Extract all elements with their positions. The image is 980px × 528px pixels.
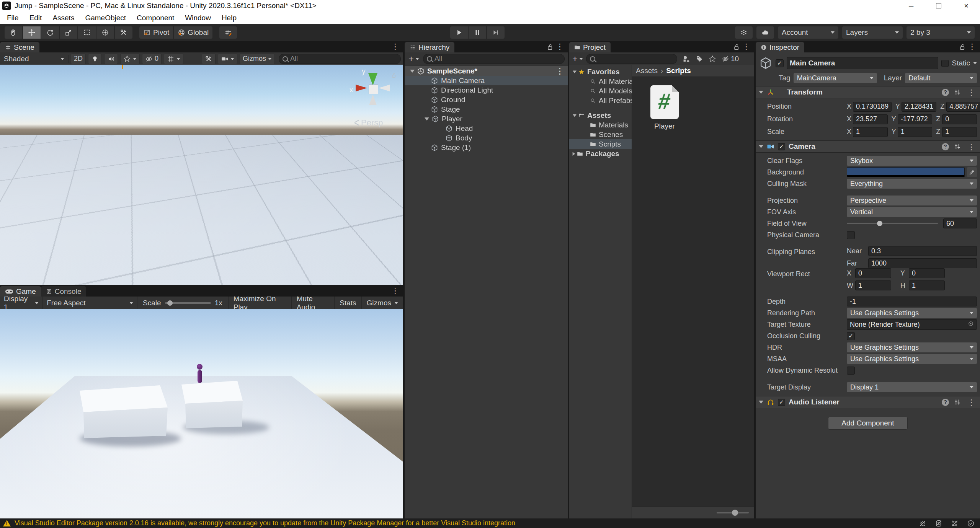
layout-dropdown[interactable]: 2 by 3 — [906, 26, 975, 39]
scene-visibility-toggle[interactable]: 0 — [142, 54, 162, 64]
sync-slash-icon[interactable] — [951, 520, 959, 527]
camera-physical-camera-checkbox[interactable] — [847, 231, 855, 239]
transform-scale-y-field[interactable]: 1 — [898, 127, 933, 137]
global-toggle[interactable]: Global — [174, 26, 212, 39]
gizmos-dropdown[interactable]: Gizmos — [240, 54, 275, 64]
gizmo-y-cone[interactable] — [368, 73, 377, 85]
tab-inspector[interactable]: Inspector — [756, 42, 804, 52]
help-icon[interactable]: ? — [942, 89, 949, 96]
project-folder-favorites[interactable]: Favorites — [569, 67, 632, 77]
asset-item-player-script[interactable]: # Player — [644, 85, 686, 130]
component-kebab[interactable]: ⋮ — [966, 398, 977, 406]
foldout-arrow[interactable] — [425, 117, 429, 121]
foldout-arrow[interactable] — [759, 401, 763, 404]
menu-edit[interactable]: Edit — [24, 11, 47, 24]
fov-slider[interactable] — [847, 223, 938, 224]
project-menu-kebab[interactable]: ⋮ — [741, 42, 752, 51]
asset-zoom-slider[interactable] — [717, 512, 749, 513]
project-create-button[interactable]: + — [572, 54, 584, 64]
menu-help[interactable]: Help — [216, 11, 242, 24]
lock-open-icon[interactable] — [546, 43, 554, 51]
camera-msaa-dropdown[interactable]: Use Graphics Settings — [847, 354, 977, 364]
gizmo-x-cone[interactable] — [356, 85, 367, 91]
hierarchy-item-directional-light[interactable]: Directional Light — [405, 85, 568, 95]
viewport-rect-x-field[interactable]: 0 — [855, 268, 891, 278]
static-checkbox[interactable] — [941, 60, 949, 67]
project-folder-materials[interactable]: Materials — [569, 120, 632, 130]
cloud-button[interactable] — [756, 26, 774, 39]
static-dropdown-caret[interactable] — [973, 62, 977, 66]
project-hidden-count[interactable]: 10 — [722, 55, 739, 63]
hierarchy-search-input[interactable]: All — [423, 54, 565, 64]
tag-icon[interactable] — [696, 55, 703, 63]
account-dropdown[interactable]: Account — [778, 26, 838, 39]
pivot-toggle[interactable]: Pivot — [139, 26, 173, 39]
menu-component[interactable]: Component — [131, 11, 180, 24]
foldout-arrow[interactable] — [759, 91, 763, 94]
component-kebab[interactable]: ⋮ — [966, 88, 977, 96]
scene-viewport[interactable]: y x <Persp Main Camera — [0, 65, 403, 285]
camera-component-header[interactable]: ✓ Camera ? ⋮ — [756, 140, 980, 153]
2d-toggle[interactable]: 2D — [71, 54, 86, 64]
scene-search-input[interactable]: All — [279, 54, 401, 64]
hierarchy-item-ground[interactable]: Ground — [405, 95, 568, 104]
hierarchy-item-player[interactable]: Player — [405, 114, 568, 124]
camera-target-texture-object-field[interactable]: None (Render Texture) — [847, 319, 977, 330]
display-dropdown[interactable]: Display 1 — [0, 297, 43, 309]
foldout-arrow[interactable] — [573, 152, 575, 155]
project-folder-all-prefabs[interactable]: All Prefabs — [569, 96, 632, 105]
transform-rotation-y-field[interactable]: -177.972 — [898, 114, 933, 124]
game-menu-kebab[interactable]: ⋮ — [390, 287, 401, 295]
scene-audio-toggle[interactable] — [104, 54, 118, 64]
gameobject-name-field[interactable]: Main Camera — [787, 57, 938, 69]
hierarchy-item-main-camera[interactable]: Main Camera — [405, 76, 568, 85]
gizmo-z-cone[interactable] — [379, 85, 390, 91]
add-component-button[interactable]: Add Component — [828, 417, 908, 430]
project-search-input[interactable] — [586, 54, 677, 64]
scene-orientation-gizmo[interactable]: y x <Persp — [354, 68, 403, 125]
tab-scene[interactable]: Scene — [0, 42, 39, 52]
transform-position-x-field[interactable]: 0.1730189 — [853, 102, 892, 112]
camera-enabled-checkbox[interactable]: ✓ — [778, 143, 785, 150]
layer-dropdown[interactable]: Default — [905, 73, 977, 83]
menu-window[interactable]: Window — [180, 11, 216, 24]
audio-listener-header[interactable]: ✓ Audio Listener ? ⋮ — [756, 396, 980, 408]
transform-scale-z-field[interactable]: 1 — [942, 127, 977, 137]
gameobject-active-checkbox[interactable]: ✓ — [776, 59, 784, 67]
fov-value-field[interactable]: 60 — [943, 218, 977, 228]
project-folder-all-materials[interactable]: All Materials — [569, 77, 632, 86]
play-button[interactable] — [450, 26, 468, 39]
project-folder-packages[interactable]: Packages — [569, 149, 632, 158]
bug-slash-icon[interactable] — [919, 520, 926, 527]
close-button[interactable]: × — [952, 0, 980, 11]
scene-grid-dropdown[interactable] — [164, 54, 183, 64]
rotate-tool-button[interactable] — [41, 26, 59, 39]
background-color-swatch[interactable] — [847, 167, 965, 177]
tab-project[interactable]: Project — [569, 42, 611, 52]
transform-component-header[interactable]: Transform ? ⋮ — [756, 86, 980, 98]
scene-lighting-toggle[interactable] — [88, 54, 102, 64]
transform-rotation-z-field[interactable]: 0 — [942, 114, 977, 124]
hand-tool-button[interactable] — [5, 26, 22, 39]
gizmos-button[interactable]: Gizmos — [361, 297, 403, 309]
foldout-arrow[interactable] — [759, 145, 763, 148]
presets-icon[interactable] — [954, 143, 961, 150]
camera-depth-field[interactable]: -1 — [847, 297, 977, 306]
star-outline-icon[interactable] — [709, 55, 716, 63]
tab-game[interactable]: Game — [0, 286, 41, 297]
scene-menu-kebab[interactable]: ⋮ — [390, 42, 401, 51]
scale-tool-button[interactable] — [60, 26, 77, 39]
foldout-arrow[interactable] — [573, 70, 577, 73]
draw-mode-dropdown[interactable]: Shaded — [2, 55, 66, 63]
move-tool-button[interactable] — [23, 26, 41, 39]
custom-tool-button[interactable] — [115, 26, 132, 39]
camera-projection-dropdown[interactable]: Perspective — [847, 196, 977, 205]
hierarchy-menu-kebab[interactable]: ⋮ — [554, 42, 565, 51]
menu-gameobject[interactable]: GameObject — [80, 11, 131, 24]
scene-kebab[interactable]: ⋮ — [554, 67, 565, 75]
lock-open-icon[interactable] — [959, 43, 966, 51]
lock-open-icon[interactable] — [733, 43, 740, 51]
clipping-far-field[interactable]: 1000 — [868, 258, 977, 268]
foldout-arrow[interactable] — [410, 70, 415, 73]
persp-toggle[interactable]: <Persp — [354, 117, 383, 128]
